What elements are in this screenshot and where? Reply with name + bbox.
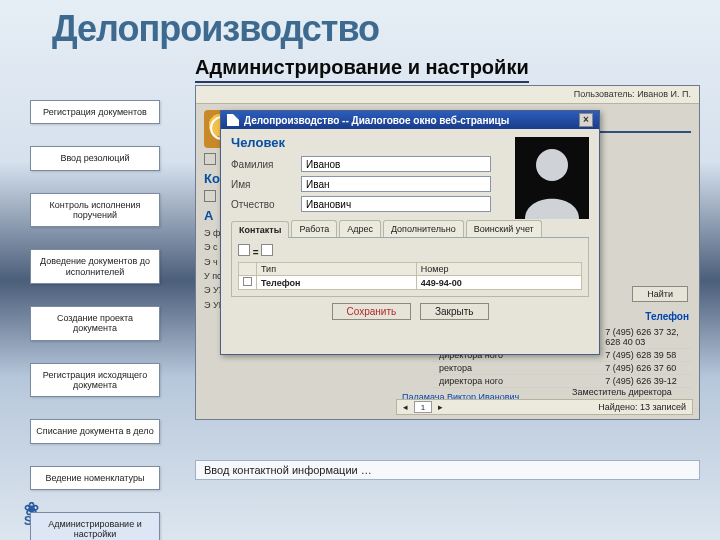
nav-outgoing-register[interactable]: Регистрация исходящего документа bbox=[30, 363, 160, 398]
process-nav: Регистрация документов Ввод резолюций Ко… bbox=[30, 100, 160, 540]
row-tel: 7 (495) 626 37 32, 628 40 03 bbox=[602, 327, 690, 347]
col-type[interactable]: Тип bbox=[257, 263, 417, 276]
close-button[interactable]: Закрыть bbox=[420, 303, 489, 320]
tab-military[interactable]: Воинский учет bbox=[466, 220, 542, 237]
row-pos: директора ного bbox=[436, 376, 602, 386]
contacts-panel: = Тип Номер Телефон 449-94-00 bbox=[231, 238, 589, 297]
equals-icon: = bbox=[253, 247, 262, 258]
slide-caption: Ввод контактной информации … bbox=[195, 460, 700, 480]
app-window-header: Пользователь: Иванов И. П. bbox=[196, 86, 699, 104]
cell-number: 449-94-00 bbox=[416, 276, 581, 290]
row-tel: 7 (495) 626 37 60 bbox=[602, 363, 690, 373]
tab-work[interactable]: Работа bbox=[291, 220, 337, 237]
nav-resolutions[interactable]: Ввод резолюций bbox=[30, 146, 160, 170]
firstname-label: Имя bbox=[231, 179, 301, 190]
result-count: Найдено: 13 записей bbox=[598, 402, 686, 412]
page-subtitle: Администрирование и настройки bbox=[195, 56, 529, 83]
patronymic-input[interactable] bbox=[301, 196, 491, 212]
row-icon bbox=[243, 277, 252, 286]
find-button[interactable]: Найти bbox=[632, 286, 688, 302]
tab-additional[interactable]: Дополнительно bbox=[383, 220, 464, 237]
svg-point-1 bbox=[536, 149, 568, 181]
dialog-doc-icon bbox=[227, 114, 239, 126]
row-pos: ректора bbox=[436, 363, 602, 373]
save-button[interactable]: Сохранить bbox=[332, 303, 412, 320]
nav-admin-settings[interactable]: Администрирование и настройки bbox=[30, 512, 160, 540]
col-head-telephone: Телефон bbox=[645, 311, 689, 322]
table-row[interactable]: Телефон 449-94-00 bbox=[239, 276, 582, 290]
row-tel: 7 (495) 628 39 58 bbox=[602, 350, 690, 360]
nav-create-draft[interactable]: Создание проекта документа bbox=[30, 306, 160, 341]
col-number[interactable]: Номер bbox=[416, 263, 581, 276]
dialog-tabs: Контакты Работа Адрес Дополнительно Воин… bbox=[231, 220, 589, 238]
row-tel: 7 (495) 626 39-12 bbox=[602, 376, 690, 386]
nav-exec-control[interactable]: Контроль исполнения поручений bbox=[30, 193, 160, 228]
lastname-label: Фамилия bbox=[231, 159, 301, 170]
dialog-close-button[interactable]: × bbox=[579, 113, 593, 127]
user-label: Пользователь: bbox=[574, 89, 635, 99]
toolbar-icon-a[interactable] bbox=[204, 153, 216, 165]
user-name: Иванов И. П. bbox=[637, 89, 691, 99]
tb-ic-1[interactable] bbox=[204, 190, 216, 202]
person-dialog: Делопроизводство -- Диалоговое окно веб-… bbox=[220, 110, 600, 355]
add-contact-icon[interactable] bbox=[238, 244, 250, 256]
pager-next-icon[interactable]: ▸ bbox=[438, 402, 443, 412]
cell-type: Телефон bbox=[257, 276, 417, 290]
dialog-titlebar[interactable]: Делопроизводство -- Диалоговое окно веб-… bbox=[221, 111, 599, 129]
page-main-title: Делопроизводство bbox=[52, 8, 379, 50]
nav-register-docs[interactable]: Регистрация документов bbox=[30, 100, 160, 124]
tab-address[interactable]: Адрес bbox=[339, 220, 381, 237]
avatar-silhouette bbox=[515, 137, 589, 219]
lastname-input[interactable] bbox=[301, 156, 491, 172]
remove-contact-icon[interactable] bbox=[261, 244, 273, 256]
nav-archive[interactable]: Списание документа в дело bbox=[30, 419, 160, 443]
table-row[interactable]: ректора 7 (495) 626 37 60 bbox=[433, 362, 693, 375]
dialog-title-text: Делопроизводство -- Диалоговое окно веб-… bbox=[244, 115, 509, 126]
nav-nomenclature[interactable]: Ведение номенклатуры bbox=[30, 466, 160, 490]
patronymic-label: Отчество bbox=[231, 199, 301, 210]
pager-prev-icon[interactable]: ◂ bbox=[403, 402, 408, 412]
contacts-table: Тип Номер Телефон 449-94-00 bbox=[238, 262, 582, 290]
firstname-input[interactable] bbox=[301, 176, 491, 192]
nav-deliver-docs[interactable]: Доведение документов до исполнителей bbox=[30, 249, 160, 284]
pager-current[interactable]: 1 bbox=[414, 401, 432, 413]
tab-contacts[interactable]: Контакты bbox=[231, 221, 289, 238]
